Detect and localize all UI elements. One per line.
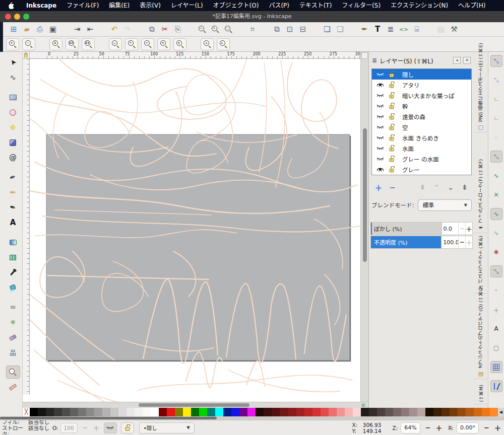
menu-ファイル(F)[interactable]: ファイル(F): [61, 0, 104, 11]
snap-enable-icon[interactable]: ⤡: [490, 55, 502, 67]
selector-tool-icon[interactable]: ➤: [6, 56, 20, 69]
tab-transform[interactable]: (⇧⌘M): [474, 379, 488, 404]
color-swatch[interactable]: [417, 408, 425, 416]
zoom-fit-button[interactable]: ⌗: [173, 38, 186, 50]
snap-page-border-icon[interactable]: ▢: [490, 342, 502, 354]
snap-grid-icon[interactable]: [490, 361, 502, 373]
eye-closed-icon[interactable]: [375, 114, 385, 119]
color-swatch[interactable]: [127, 408, 135, 416]
node-editor-tool-icon[interactable]: ∿: [6, 71, 20, 84]
object-opacity-decrease[interactable]: −: [83, 424, 88, 431]
color-swatch[interactable]: [215, 408, 223, 416]
tab-fill-stroke[interactable]: フィル/ストローク(F) (⇧⌘F)✒: [474, 132, 488, 233]
color-managed-view-icon[interactable]: ▨: [359, 403, 367, 408]
color-swatch[interactable]: [458, 408, 466, 416]
color-swatch[interactable]: [118, 408, 127, 416]
zoom-1-2-button[interactable]: 12: [66, 38, 79, 50]
tab-export-png[interactable]: PNG 画像にエクスポート(E) (⇧⌘E)▢: [474, 52, 488, 132]
raise-layer-top-button[interactable]: ⇞: [416, 182, 430, 192]
eye-open-icon[interactable]: [375, 167, 385, 172]
gray-background-object[interactable]: [46, 134, 350, 360]
document-properties-icon[interactable]: ▤: [434, 24, 448, 35]
redo-icon[interactable]: ↷: [121, 24, 134, 35]
color-swatch[interactable]: [466, 408, 474, 416]
lock-open-icon[interactable]: [387, 124, 396, 130]
snap-cusp-nodes-icon[interactable]: ∿: [490, 208, 502, 220]
rotation-decrease[interactable]: −: [484, 424, 489, 431]
mesh-gradient-tool-icon[interactable]: [6, 251, 20, 264]
snap-others-icon[interactable]: ⤡: [490, 265, 502, 277]
menu-オブジェクト(O)[interactable]: オブジェクト(O): [208, 0, 264, 11]
zoom-page-button[interactable]: ▭: [141, 38, 154, 50]
drawing-content[interactable]: [30, 59, 360, 402]
snap-path-icon[interactable]: ∿: [490, 170, 502, 182]
color-swatch[interactable]: [377, 408, 385, 416]
add-layer-button[interactable]: ＋: [371, 182, 386, 192]
color-swatch[interactable]: [280, 408, 288, 416]
snap-object-centers-icon[interactable]: ◦: [490, 284, 502, 297]
color-swatch[interactable]: [393, 408, 401, 416]
color-swatch[interactable]: [272, 408, 280, 416]
zoom-1-1-button[interactable]: 1: [49, 38, 62, 50]
opacity-increase-button[interactable]: ＋: [465, 236, 472, 248]
scribble-stroke[interactable]: [246, 361, 265, 386]
zoom-next-button[interactable]: ▸: [217, 38, 230, 50]
align-dialog-icon[interactable]: ⌸: [410, 24, 423, 35]
horizontal-ruler[interactable]: 0255075100125150175200225250275300: [30, 52, 360, 59]
text-dialog-icon[interactable]: T: [371, 24, 384, 35]
snap-rotation-centers-icon[interactable]: ＋: [490, 304, 502, 316]
color-swatch[interactable]: [321, 408, 329, 416]
lock-open-icon[interactable]: [387, 166, 396, 173]
snap-intersections-icon[interactable]: ✕: [490, 189, 502, 201]
fill-stroke-dialog-icon[interactable]: ✒: [358, 24, 371, 35]
panel-float-button[interactable]: ◂: [453, 57, 461, 64]
color-swatch[interactable]: [78, 408, 86, 416]
color-swatch[interactable]: [86, 408, 94, 416]
tweak-tool-icon[interactable]: ≈: [6, 301, 20, 314]
remove-layer-button[interactable]: −: [386, 182, 400, 192]
color-swatch[interactable]: [191, 408, 199, 416]
blur-increase-button[interactable]: ＋: [465, 223, 472, 235]
duplicate-icon[interactable]: ⧉: [270, 24, 283, 35]
ruler-lock-icon[interactable]: [23, 52, 30, 59]
color-swatch[interactable]: [159, 408, 167, 416]
object-opacity-increase[interactable]: ＋: [93, 423, 100, 432]
zoom-out-button[interactable]: −: [22, 38, 35, 50]
color-swatch[interactable]: [474, 408, 482, 416]
color-swatch[interactable]: [135, 408, 143, 416]
import-icon[interactable]: ⇥: [71, 24, 84, 35]
rotation-field[interactable]: 0.00°: [457, 422, 479, 433]
box3d-tool-icon[interactable]: [6, 136, 20, 149]
color-swatch[interactable]: [490, 408, 498, 416]
snap-midpoints-icon[interactable]: ✱: [490, 246, 502, 258]
vertical-ruler[interactable]: [23, 59, 30, 395]
lock-open-icon[interactable]: [387, 103, 396, 109]
cut-icon[interactable]: ✂: [158, 24, 171, 35]
zoom-previous-button[interactable]: ◂: [201, 38, 214, 50]
color-swatch[interactable]: [296, 408, 304, 416]
color-swatch[interactable]: [409, 408, 417, 416]
unlink-clone-icon[interactable]: ⊟: [296, 24, 309, 35]
zoom-2-1-button[interactable]: 21: [82, 38, 95, 50]
layer-row[interactable]: 遠景の森: [372, 111, 471, 122]
color-swatch[interactable]: [110, 408, 118, 416]
panel-close-button[interactable]: ✕: [463, 57, 471, 64]
star-tool-icon[interactable]: ★: [6, 121, 20, 134]
spray-tool-icon[interactable]: ✳: [6, 316, 20, 329]
snap-bbox-icon[interactable]: ⤡: [490, 74, 502, 86]
color-swatch[interactable]: [312, 408, 321, 416]
zoom-page-icon[interactable]: ▢: [222, 24, 235, 35]
color-swatch[interactable]: [433, 408, 442, 416]
xml-editor-icon[interactable]: <>: [397, 24, 410, 35]
color-swatch[interactable]: [102, 408, 110, 416]
color-swatch[interactable]: [54, 408, 62, 416]
object-opacity-field[interactable]: 100: [60, 423, 78, 433]
measure-tool-icon[interactable]: [6, 381, 20, 394]
export-icon[interactable]: ⇤: [84, 24, 97, 35]
zoom-decrease[interactable]: −: [425, 424, 431, 431]
lock-open-icon[interactable]: [387, 113, 396, 120]
zoom-selection-button[interactable]: ▫: [109, 38, 122, 50]
layer-row[interactable]: 幹: [372, 101, 471, 111]
snap-bbox-corners-icon[interactable]: ∟: [490, 112, 502, 124]
gradient-tool-icon[interactable]: [6, 236, 20, 249]
